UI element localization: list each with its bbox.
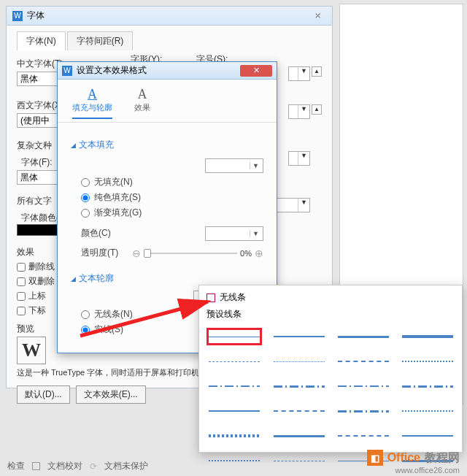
preview-box: W [17, 337, 46, 364]
line-option[interactable] [336, 402, 390, 420]
solid-fill-radio[interactable]: 纯色填充(S) [81, 191, 263, 204]
text-effect-title: 设置文本效果格式 [77, 64, 147, 77]
color-label: 颜色(C) [81, 227, 132, 239]
lock-icon: ⟳ [90, 461, 97, 472]
line-option[interactable] [336, 328, 390, 345]
default-button[interactable]: 默认(D)... [17, 385, 70, 404]
brand-text: Office [387, 451, 420, 464]
line-option[interactable] [272, 452, 326, 469]
preset-lines-label: 预设线条 [204, 307, 458, 322]
font-dialog-title: 字体 [27, 9, 45, 22]
shape-combo[interactable]: ▼ [288, 66, 310, 81]
line-option[interactable] [207, 328, 262, 345]
close-icon[interactable]: ⤫ [309, 11, 326, 20]
tab-spacing[interactable]: 字符间距(R) [67, 31, 134, 50]
opacity-label: 透明度(T) [81, 247, 132, 259]
section-text-fill[interactable]: 文本填充 [71, 139, 263, 151]
color-combo[interactable]: ▼ [205, 226, 263, 241]
font-dialog-titlebar: W 字体 ⤫ [7, 7, 332, 26]
line-option[interactable] [401, 402, 455, 420]
plus-icon[interactable]: ⊕ [255, 247, 263, 259]
line-option[interactable] [336, 427, 390, 445]
line-option[interactable] [401, 427, 455, 445]
watermark: ◧ Office教程网 www.office26.com [367, 450, 460, 466]
chevron-down-icon[interactable]: ▼ [298, 199, 309, 212]
line-option[interactable] [272, 328, 326, 345]
scroll-up-icon[interactable]: ▲ [312, 66, 322, 77]
slider-thumb[interactable] [144, 249, 151, 258]
status-unsaved: 文档未保护 [104, 460, 148, 472]
brand-url: www.office26.com [395, 466, 460, 475]
wn-font-input[interactable] [18, 114, 61, 127]
scroll-up-icon[interactable]: ▲ [312, 104, 322, 115]
line-option[interactable] [272, 377, 326, 395]
chevron-down-icon[interactable]: ▼ [298, 67, 309, 80]
line-option[interactable] [272, 427, 326, 445]
complex-combo2[interactable]: ▼ [288, 151, 310, 166]
no-fill-radio[interactable]: 无填充(N) [81, 176, 263, 188]
no-line-option[interactable]: 无线条 [204, 290, 458, 305]
status-proof[interactable]: 文档校对 [47, 460, 82, 472]
line-option[interactable] [207, 452, 262, 469]
section-text-outline[interactable]: 文本轮廓 [71, 272, 263, 285]
chevron-down-icon[interactable]: ▼ [250, 162, 261, 169]
text-effect-titlebar: W 设置文本效果格式 ✕ [58, 62, 277, 80]
gradient-fill-radio[interactable]: 渐变填充(G) [81, 207, 263, 219]
line-option[interactable] [207, 377, 262, 395]
tab-fill-outline[interactable]: A 填充与轮廓 [72, 87, 112, 119]
app-icon: W [62, 66, 72, 76]
chevron-down-icon[interactable]: ▼ [250, 230, 261, 237]
fill-type-combo[interactable]: ▼ [205, 158, 263, 173]
line-option[interactable] [207, 402, 262, 420]
letter-a-outline-icon: A [88, 87, 97, 102]
status-check[interactable]: 检查 [7, 460, 25, 472]
line-option[interactable] [401, 353, 455, 370]
line-option[interactable] [207, 427, 262, 445]
tab-font[interactable]: 字体(N) [17, 31, 66, 50]
tab-effects[interactable]: A 效果 [134, 87, 150, 119]
line-option[interactable] [272, 353, 326, 370]
line-option[interactable] [336, 377, 390, 395]
close-button[interactable]: ✕ [240, 65, 272, 77]
opacity-slider[interactable]: ⊖ 0% ⊕ [132, 247, 263, 259]
office-logo-icon: ◧ [367, 450, 383, 466]
status-bar: 检查 文档校对 ⟳ 文档未保护 [7, 460, 148, 472]
font-f-input[interactable] [18, 171, 61, 184]
cn-font-input[interactable] [18, 72, 61, 85]
letter-a-icon: A [138, 87, 147, 102]
line-option[interactable] [207, 353, 262, 370]
line-option[interactable] [401, 328, 455, 345]
opacity-value: 0% [240, 249, 252, 258]
wn-combo2[interactable]: ▼ [288, 104, 310, 119]
line-style-flyout: 无线条 预设线条 [198, 285, 463, 453]
checkbox-icon[interactable] [32, 462, 40, 470]
minus-icon[interactable]: ⊖ [132, 247, 141, 259]
text-effect-button[interactable]: 文本效果(E)... [76, 385, 146, 404]
chevron-down-icon[interactable]: ▼ [298, 105, 309, 118]
line-option[interactable] [401, 377, 455, 395]
app-icon: W [12, 11, 23, 21]
line-option[interactable] [336, 353, 390, 370]
no-line-icon [207, 293, 215, 302]
chevron-down-icon[interactable]: ▼ [298, 152, 309, 165]
line-option[interactable] [272, 402, 326, 420]
